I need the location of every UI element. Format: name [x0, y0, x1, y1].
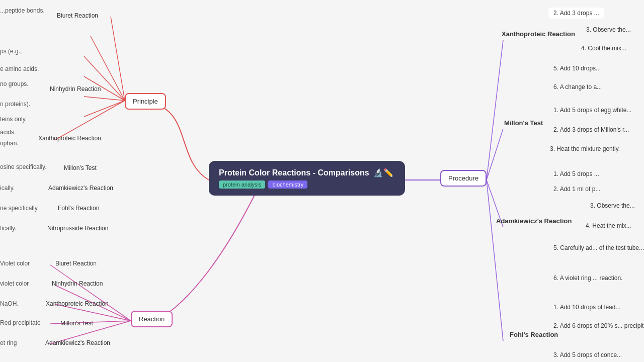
reaction-node[interactable]: Reaction	[131, 311, 173, 327]
right-millon-label: Millon's Test	[504, 119, 543, 127]
tag-protein-analysis: protein analysis	[219, 180, 265, 189]
principle-biuret-label: Biuret Reaction	[57, 12, 98, 19]
right-adam-step3: 3. Observe the...	[585, 200, 640, 211]
right-xantho-label: Xanthoproteic Reaction	[502, 30, 575, 38]
principle-osine-detail: osine specifically.	[0, 163, 46, 170]
reaction-millon-label: Millon's Test	[60, 320, 93, 327]
principle-ninhydrin-label: Ninhydrin Reaction	[50, 85, 101, 93]
reaction-biuret-label: Biuret Reaction	[55, 260, 97, 267]
principle-ninhydrin-detail: ps (e.g.,	[0, 48, 22, 55]
right-millon-step3: 3. Heat the mixture gently.	[545, 143, 625, 154]
right-fohl-label: Fohl's Reaction	[510, 331, 558, 338]
principle-xanthoproteic-label: Xanthoproteic Reaction	[38, 135, 101, 142]
tag-biochemistry: biochemistry	[268, 180, 307, 189]
principle-fically-detail: fically.	[0, 225, 16, 232]
central-node[interactable]: Protein Color Reactions - Comparisons 🔬✏…	[209, 161, 405, 196]
right-adam-step2: 2. Add 1 ml of p...	[548, 184, 605, 195]
svg-line-8	[487, 129, 503, 180]
svg-line-0	[111, 17, 125, 101]
right-adam-step6: 6. A violet ring ... reaction.	[548, 273, 627, 284]
procedure-node[interactable]: Procedure	[440, 170, 487, 187]
reaction-ring-detail: et ring	[0, 339, 17, 346]
right-fohl-step3: 3. Add 5 drops of conce...	[548, 349, 627, 360]
principle-teins-detail: teins only.	[0, 116, 27, 123]
principle-ophan-detail: ophan.	[0, 140, 19, 147]
principle-millon-label: Millon's Test	[64, 164, 97, 171]
right-xantho-step2: 3. Observe the...	[581, 24, 636, 35]
principle-acids-detail: acids.	[0, 129, 16, 136]
principle-amino-detail: e amino acids.	[0, 65, 39, 72]
principle-proteins-detail: n proteins).	[0, 101, 30, 108]
right-fohl-step2: 2. Add 6 drops of 20% s... precipitate d…	[548, 320, 644, 331]
reaction-xantho-label: Xanthoproteic Reaction	[46, 300, 109, 307]
right-xantho-step4: 5. Add 10 drops...	[548, 63, 606, 74]
beaker-icon: 🔬✏️	[373, 168, 393, 177]
principle-node[interactable]: Principle	[125, 93, 166, 110]
svg-line-5	[84, 101, 125, 117]
right-xantho-step5: 6. A change to a...	[548, 81, 607, 93]
svg-line-4	[84, 97, 125, 101]
right-adam-step4: 4. Heat the mix...	[581, 220, 636, 231]
right-millon-step2: 2. Add 3 drops of Millon's r...	[548, 124, 634, 135]
svg-line-2	[84, 56, 125, 101]
reaction-ninhydrin-label: Ninhydrin Reaction	[52, 280, 103, 287]
svg-line-7	[487, 40, 503, 180]
right-fohl-step1: 1. Add 10 drops of lead...	[548, 302, 625, 313]
reaction-violet2-detail: violet color	[0, 280, 29, 287]
reaction-adam-label: Adamkiewicz's Reaction	[45, 339, 110, 346]
right-xantho-step1: 2. Add 3 drops ...	[548, 8, 604, 19]
mindmap-container: Protein Color Reactions - Comparisons 🔬✏…	[0, 0, 644, 362]
svg-line-6	[55, 101, 125, 140]
reaction-naoh-detail: NaOH.	[0, 300, 19, 307]
central-node-tags: protein analysis biochemistry	[219, 180, 395, 189]
principle-amino-groups-detail: no groups.	[0, 80, 29, 87]
right-adam-step5: 5. Carefully ad... of the test tube...	[548, 242, 644, 253]
svg-line-10	[487, 180, 503, 341]
principle-nitroprusside-label: Nitroprusside Reaction	[47, 225, 108, 232]
principle-adamkiewicz-label: Adamkiewicz's Reaction	[48, 185, 113, 192]
right-adam-label: Adamkiewicz's Reaction	[496, 217, 572, 225]
principle-fohl-label: Fohl's Reaction	[58, 205, 99, 212]
right-millon-step1: 1. Add 5 drops of egg white...	[548, 105, 636, 116]
right-adam-step1: 1. Add 5 drops ...	[548, 168, 604, 179]
svg-line-11	[50, 265, 131, 321]
reaction-violet-detail: Violet color	[0, 260, 30, 267]
principle-biuret-detail: ...peptide bonds.	[0, 7, 45, 14]
principle-ically-detail: ically.	[0, 185, 15, 192]
principle-ne-detail: ne specifically.	[0, 205, 39, 212]
central-node-title: Protein Color Reactions - Comparisons 🔬✏…	[219, 168, 395, 177]
right-xantho-step3: 4. Cool the mix...	[576, 43, 631, 54]
reaction-red-detail: Red precipitate	[0, 319, 41, 326]
